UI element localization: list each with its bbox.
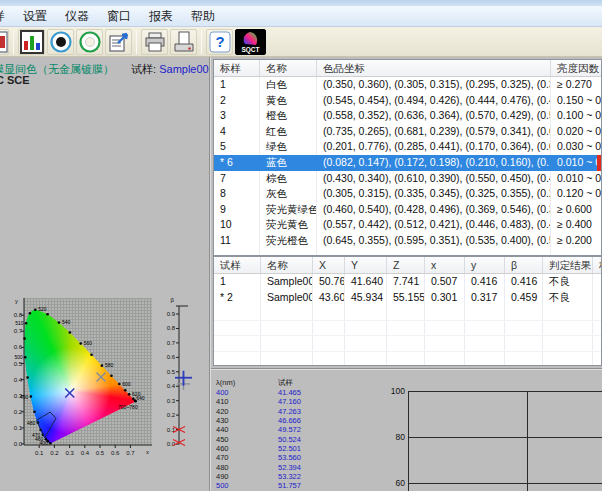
samples-row[interactable]: * 2Sample00243.60245.93455.1550.3010.317… — [214, 290, 601, 306]
cell: 名称 — [261, 257, 313, 273]
cell: * 2 — [214, 290, 261, 306]
locus-dot — [34, 308, 37, 311]
standards-row[interactable]: 7棕色(0.430, 0.340), (0.610, 0.390), (0.55… — [214, 171, 601, 187]
cell: 55.155 — [387, 290, 425, 306]
table-header-row[interactable]: 试样名称XYZxyβ判定结果标样 — [214, 257, 601, 274]
cell — [387, 321, 425, 336]
cell: 10 — [214, 217, 260, 233]
cell — [317, 249, 551, 256]
cell: 11 — [214, 233, 260, 249]
wavelength-label: 490 — [20, 394, 29, 400]
wavelength-label: 600 — [122, 381, 131, 387]
x-tick-label: 0.6 — [111, 450, 120, 456]
locus-dot — [24, 356, 27, 359]
cell: 5 — [214, 139, 260, 155]
cell: 试样 — [214, 257, 261, 273]
cell — [543, 352, 593, 366]
locus-dot — [124, 389, 127, 392]
standards-row[interactable]: 3橙色(0.558, 0.352), (0.636, 0.364), (0.57… — [214, 108, 601, 124]
beta-tick-label: 0.8 — [167, 325, 176, 331]
locus-dot — [23, 337, 26, 340]
x-tick-label: 0.3 — [65, 450, 74, 456]
cell — [551, 249, 602, 256]
cell: ≥ 0.200 — [551, 233, 602, 249]
cell: 绿色 — [260, 139, 317, 155]
wavelength: 500 — [214, 481, 278, 490]
toolbar-cut-button[interactable] — [0, 29, 9, 55]
samples-row[interactable]: 1Sample00150.76441.6407.7410.5070.4160.4… — [214, 274, 601, 290]
standards-row[interactable]: 1白色(0.350, 0.360), (0.305, 0.315), (0.29… — [214, 77, 601, 93]
cell: 色品坐标 — [317, 60, 551, 76]
cell: X — [313, 257, 345, 273]
toolbar-report-button[interactable] — [105, 29, 132, 55]
locus-dot — [47, 440, 50, 443]
cell: Z — [387, 257, 425, 273]
cell: 红色 — [260, 124, 317, 140]
standards-row[interactable]: 11荧光橙色(0.645, 0.355), (0.595, 0.351), (0… — [214, 233, 601, 249]
cell: 名称 — [260, 60, 317, 76]
cell: (0.545, 0.454), (0.494, 0.426), (0.444, … — [317, 93, 551, 109]
wavelength-label: 520 — [38, 306, 47, 312]
spectral-row: 47053.560 — [214, 453, 374, 462]
wavelength: λ(nm) — [214, 377, 278, 388]
toolbar-measure-sample-button[interactable] — [47, 29, 74, 55]
menu-item-window[interactable]: 窗口 — [98, 6, 140, 27]
toolbar-separator — [13, 30, 14, 54]
cell: 8 — [214, 186, 260, 202]
x-tick-label: 0.5 — [96, 450, 105, 456]
standards-row[interactable]: 5绿色(0.201, 0.776), (0.285, 0.441), (0.17… — [214, 139, 601, 155]
cell: 橙色 — [260, 108, 317, 124]
menu-item-sample[interactable]: 样 — [0, 6, 14, 27]
locus-dot — [134, 400, 137, 403]
cell — [425, 321, 465, 336]
standards-row[interactable]: 10荧光黄色(0.557, 0.442), (0.512, 0.421), (0… — [214, 217, 601, 233]
chart-gridline — [408, 483, 602, 484]
spectral-header-row: λ(nm)试样 — [214, 377, 374, 388]
cell: 45.934 — [345, 290, 387, 306]
beta-tick-label: 0.5 — [167, 369, 176, 375]
beta-tick-label: 0.6 — [167, 354, 176, 360]
toolbar-separator — [136, 30, 137, 54]
y-tick-label: 0.8 — [14, 312, 23, 318]
cell — [425, 336, 465, 351]
toolbar-sqct-button[interactable]: SQCT — [235, 29, 266, 55]
cell: ≥ 0.600 — [551, 202, 602, 218]
menu-item-instrument[interactable]: 仪器 — [56, 6, 98, 27]
cell: 不良 — [543, 274, 593, 290]
bar-chart-icon — [20, 30, 44, 54]
locus-dot — [110, 374, 113, 377]
wavelength: 400 — [214, 388, 278, 397]
table-header-row[interactable]: 标样名称色品坐标亮度因数 — [214, 60, 601, 77]
beta-tick-label: 0.0 — [167, 441, 176, 447]
y-tick-label: 0.0 — [14, 441, 23, 447]
wavelength-label: 510 — [15, 320, 24, 326]
cell — [345, 336, 387, 351]
spectral-row: 49053.322 — [214, 472, 374, 481]
cell — [543, 305, 593, 320]
standards-row[interactable]: 4红色(0.735, 0.265), (0.681, 0.239), (0.57… — [214, 124, 601, 140]
standards-table: 标样名称色品坐标亮度因数1白色(0.350, 0.360), (0.305, 0… — [213, 59, 602, 256]
cell: (0.201, 0.776), (0.285, 0.441), (0.170, … — [317, 139, 551, 155]
standards-row[interactable]: 9荧光黄绿色(0.460, 0.540), (0.428, 0.496), (0… — [214, 202, 601, 218]
samples-row — [214, 336, 601, 352]
cell: 不良 — [543, 290, 593, 306]
toolbar-help-button[interactable]: ? — [206, 29, 233, 55]
tables-area: 标样名称色品坐标亮度因数1白色(0.350, 0.360), (0.305, 0… — [211, 57, 602, 368]
menu-item-report[interactable]: 报表 — [140, 6, 182, 27]
standards-row[interactable]: 8灰色(0.305, 0.315), (0.335, 0.345), (0.32… — [214, 186, 601, 202]
menu-item-help[interactable]: 帮助 — [182, 6, 224, 27]
menu-item-settings[interactable]: 设置 — [14, 6, 56, 27]
cell: 黄色 — [260, 93, 317, 109]
standards-row[interactable]: 2黄色(0.545, 0.454), (0.494, 0.426), (0.44… — [214, 93, 601, 109]
standards-row[interactable]: * 6蓝色(0.082, 0.147), (0.172, 0.198), (0.… — [214, 155, 601, 171]
spectral-row: 50051.757 — [214, 481, 374, 490]
toolbar-print-button[interactable] — [141, 29, 168, 55]
cell — [261, 321, 313, 336]
toolbar-calibrate-button[interactable] — [76, 29, 103, 55]
locus-dot — [25, 322, 28, 325]
cell — [214, 352, 261, 366]
beta-tick-label: 0.7 — [167, 340, 176, 346]
toolbar-print-preview-button[interactable] — [170, 29, 197, 55]
spectral-row: 41047.160 — [214, 397, 374, 406]
toolbar-chart-button[interactable] — [18, 29, 45, 55]
